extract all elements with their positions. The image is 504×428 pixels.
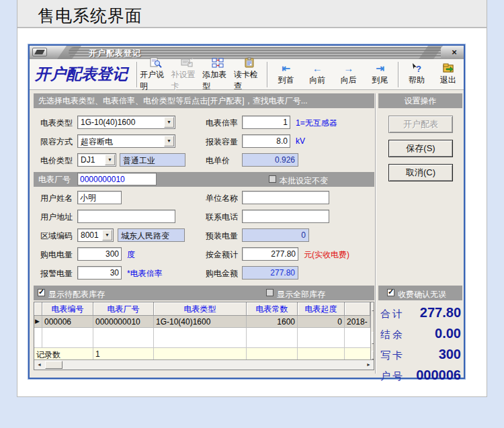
toolbar-separator <box>398 62 399 87</box>
horizontal-scroll-thumb[interactable] <box>45 361 62 369</box>
cancel-button[interactable]: 取消(C) <box>388 164 453 181</box>
show-all-checkbox[interactable] <box>266 289 274 296</box>
user-name-input[interactable] <box>77 191 122 204</box>
exit-button[interactable]: 退出 <box>432 60 464 89</box>
area-code-combo[interactable]: 8001 <box>77 228 114 242</box>
col-meter-no[interactable]: 电表编号 <box>42 302 93 316</box>
by-amount-hint: 元(实收电费) <box>304 249 349 261</box>
capacity-input[interactable] <box>242 134 290 148</box>
buy-power-input[interactable] <box>77 247 122 261</box>
svg-text:+: + <box>190 57 194 62</box>
account-no-value: 000006 <box>416 368 461 383</box>
capacity-label: 报装容量 <box>206 136 238 148</box>
scroll-up-icon[interactable]: ▲ <box>372 302 374 311</box>
buy-power-label: 购电电量 <box>40 249 73 261</box>
factory-no-input[interactable] <box>77 173 157 185</box>
chevron-down-icon[interactable] <box>105 155 115 165</box>
show-pending-checkbox[interactable] <box>38 289 45 296</box>
toolbar-button-label: 开户说明 <box>140 69 171 92</box>
go-next-button[interactable]: → 向后 <box>333 60 365 89</box>
app-card: 售电系统界面 开户配表登记 × 开户配表登记 开户说明 *+ <box>17 0 487 397</box>
setup-card-button[interactable]: *+ 补设置卡 <box>171 60 203 89</box>
hint-bar: 先选择电表类型、电表倍率、电价类型等后点击[开户配表]，查找电表厂号... <box>34 93 374 108</box>
go-previous-button[interactable]: ← 向前 <box>302 60 333 89</box>
preset-power-label: 预装电量 <box>206 230 238 242</box>
ratio-input[interactable] <box>242 116 290 129</box>
toolbar-separator <box>267 62 268 87</box>
vertical-scroll-thumb[interactable] <box>372 332 374 344</box>
chevron-down-icon[interactable] <box>164 136 174 146</box>
window-logo-icon <box>32 48 47 56</box>
fee-confirm-label: 收费确认无误 <box>398 289 446 300</box>
address-input[interactable] <box>77 210 175 223</box>
page-title: 售电系统界面 <box>38 5 142 27</box>
exit-folder-icon <box>442 62 455 74</box>
svg-text:?: ? <box>416 64 421 74</box>
cell-meter-start: 0 <box>298 316 345 328</box>
alarm-power-label: 报警电量 <box>40 268 73 280</box>
buy-amount-label: 购电金额 <box>206 268 238 280</box>
row-marker-header <box>34 302 42 316</box>
col-meter-type[interactable]: 电表类型 <box>154 302 247 316</box>
close-icon[interactable]: × <box>449 47 460 58</box>
table-horizontal-scrollbar[interactable]: ◄ ► <box>34 359 374 370</box>
phone-input[interactable] <box>242 210 329 223</box>
price-type-combo[interactable]: DJ1 <box>77 153 116 167</box>
add-meter-type-button[interactable]: 添加表型 <box>202 60 234 89</box>
address-label: 用户地址 <box>40 212 73 223</box>
meter-type-value: 1G-10(40)1600 <box>81 118 135 127</box>
by-amount-input[interactable] <box>242 247 298 261</box>
limit-mode-combo[interactable]: 超容断电 <box>77 134 175 148</box>
col-meter-constant[interactable]: 电表常数 <box>247 302 298 316</box>
next-record-icon: → <box>343 63 353 74</box>
table-row[interactable]: ▶ 000006 0000000010 1G-10(40)1600 1600 0… <box>34 316 370 328</box>
limit-mode-value: 超容断电 <box>81 136 113 148</box>
org-name-input[interactable] <box>242 191 329 204</box>
meter-type-label: 电表类型 <box>40 118 73 129</box>
toolbar-button-label: 向后 <box>341 75 357 86</box>
buy-power-hint: 度 <box>127 249 135 261</box>
buy-amount-value: 277.80 <box>242 266 298 280</box>
last-record-icon: ⇥ <box>376 63 384 74</box>
write-card-label: 写卡 <box>380 349 405 362</box>
unit-price-value: 0.926 <box>242 153 298 167</box>
window-title: 开户配表登记 <box>89 48 141 59</box>
capacity-hint: kV <box>296 136 305 146</box>
cell-factory-no: 0000000010 <box>93 316 154 328</box>
scroll-down-icon[interactable]: ▼ <box>372 351 374 359</box>
scroll-left-icon[interactable]: ◄ <box>35 361 44 369</box>
toolbar-button-label: 到首 <box>278 75 294 86</box>
fee-confirm-checkbox[interactable] <box>387 289 394 296</box>
table-footer-row: 记录数 1 <box>34 347 370 359</box>
price-type-desc: 普通工业 <box>120 153 185 167</box>
scroll-right-icon[interactable]: ► <box>364 361 373 369</box>
read-card-check-button[interactable]: 读卡检查 <box>234 60 265 89</box>
account-no-label: 户号 <box>380 370 405 383</box>
col-meter-start[interactable]: 电表起度 <box>298 302 345 316</box>
summary-account-row: 户号 000006 <box>378 366 462 386</box>
toolbar-button-label: 补设置卡 <box>171 69 203 92</box>
alarm-power-input[interactable] <box>77 266 122 280</box>
table-vertical-scrollbar[interactable]: ▲ ▼ <box>370 302 374 359</box>
open-account-help-button[interactable]: 开户说明 <box>140 60 171 89</box>
batch-fixed-checkbox[interactable] <box>269 175 276 183</box>
save-button[interactable]: 保存(S) <box>388 140 453 157</box>
chevron-down-icon[interactable] <box>164 117 174 128</box>
go-last-button[interactable]: ⇥ 到尾 <box>364 60 396 89</box>
summary-total-row: 合计 277.80 <box>378 304 462 324</box>
area-code-label: 区域编码 <box>40 230 73 242</box>
balance-label: 结余 <box>380 329 405 341</box>
go-first-button[interactable]: ⇤ 到首 <box>270 60 302 89</box>
help-button[interactable]: ? 帮助 <box>401 60 433 89</box>
record-count-value: 1 <box>93 347 154 359</box>
register-dialog: 开户配表登记 × 开户配表登记 开户说明 *+ 补设置卡 <box>28 44 465 379</box>
chevron-down-icon[interactable] <box>102 230 112 241</box>
preset-power-value: 0 <box>242 228 309 242</box>
price-type-label: 电价类型 <box>40 155 73 167</box>
cell-date: 2018- <box>345 316 370 328</box>
meter-type-combo[interactable]: 1G-10(40)1600 <box>77 116 175 129</box>
clipboard-icon <box>243 57 256 69</box>
open-account-config-button[interactable]: 开户配表 <box>388 116 453 133</box>
col-factory-no[interactable]: 电表厂号 <box>93 302 154 316</box>
toolbar-button-label: 帮助 <box>409 75 425 86</box>
